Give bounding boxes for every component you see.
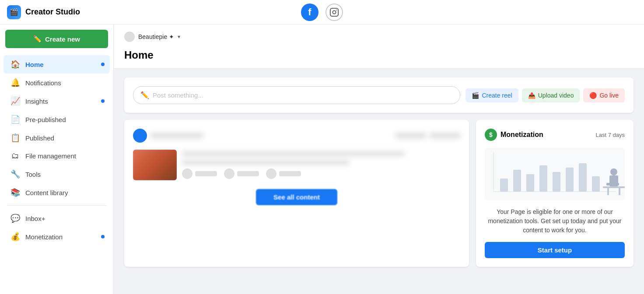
create-new-button[interactable]: ✏️ Create new	[5, 30, 108, 48]
monetization-header: $ Monetization Last 7 days	[485, 129, 625, 141]
blurred-stat-icon-2	[224, 168, 234, 179]
sidebar-item-published-label: Published	[25, 134, 54, 142]
sidebar-item-home[interactable]: 🏠 Home	[4, 55, 110, 74]
sidebar-item-tools-label: Tools	[25, 171, 41, 178]
post-placeholder: Post something...	[153, 91, 203, 99]
instagram-icon[interactable]	[326, 4, 343, 21]
sidebar-item-content-library[interactable]: 📚 Content library	[4, 183, 110, 202]
monetization-title-area: $ Monetization	[485, 129, 543, 141]
post-input[interactable]: ✏️ Post something...	[133, 86, 460, 104]
blurred-header	[133, 129, 460, 143]
upload-video-label: Upload video	[538, 92, 574, 99]
svg-rect-9	[553, 172, 560, 192]
sidebar-item-monetization-label: Monetization	[25, 233, 63, 241]
sidebar-item-tools[interactable]: 🔧 Tools	[4, 165, 110, 183]
sidebar: ✏️ Create new 🏠 Home 🔔 Notifications 📈 I…	[0, 24, 114, 294]
insights-dot	[101, 99, 105, 103]
sidebar-item-file-management-label: File management	[25, 152, 76, 160]
blurred-info	[182, 151, 460, 179]
go-live-label: Go live	[599, 92, 619, 99]
monetization-title: Monetization	[500, 131, 543, 139]
monetization-nav-icon: 💰	[10, 232, 20, 242]
home-dot	[101, 63, 105, 66]
platform-switcher: f	[301, 4, 343, 21]
sidebar-item-notifications[interactable]: 🔔 Notifications	[4, 74, 110, 92]
sidebar-item-file-management[interactable]: 🗂 File management	[4, 147, 110, 165]
svg-rect-17	[603, 186, 625, 188]
start-setup-label: Start setup	[538, 246, 572, 254]
tools-icon: 🔧	[10, 169, 20, 179]
notifications-icon: 🔔	[10, 78, 20, 88]
file-management-icon: 🗂	[10, 151, 20, 161]
blurred-stat-val-3	[279, 171, 301, 176]
blurred-stat-2	[224, 168, 259, 179]
app-title: Creator Studio	[25, 7, 80, 17]
create-new-label: Create new	[45, 35, 80, 43]
svg-rect-7	[526, 174, 534, 192]
chevron-down-icon: ▾	[178, 34, 180, 40]
blurred-thumb-img	[133, 150, 177, 180]
blurred-stat-3	[266, 168, 301, 179]
sidebar-item-pre-published-label: Pre-published	[25, 116, 66, 123]
blurred-stat-1	[182, 168, 217, 179]
blurred-content-row	[133, 150, 460, 180]
svg-rect-10	[566, 168, 574, 192]
logo-icon: 🎬	[7, 5, 21, 19]
page-name: Beautiepie ✦	[138, 33, 174, 40]
svg-rect-19	[619, 188, 620, 195]
svg-rect-5	[500, 178, 508, 192]
page-avatar	[124, 32, 135, 42]
layout: ✏️ Create new 🏠 Home 🔔 Notifications 📈 I…	[0, 24, 644, 294]
sidebar-item-insights[interactable]: 📈 Insights	[4, 92, 110, 110]
sidebar-item-monetization[interactable]: 💰 Monetization	[4, 228, 110, 246]
page-selector[interactable]: Beautiepie ✦ ▾	[124, 28, 634, 46]
upload-video-button[interactable]: 📤 Upload video	[522, 88, 580, 102]
insights-icon: 📈	[10, 96, 20, 106]
svg-rect-18	[607, 188, 609, 195]
svg-rect-8	[539, 165, 547, 192]
page-title: Home	[124, 46, 634, 68]
sidebar-divider	[7, 205, 106, 206]
blurred-page-name	[150, 133, 203, 139]
upload-icon: 📤	[528, 92, 536, 99]
go-live-button[interactable]: 🔴 Go live	[583, 88, 625, 102]
post-card: ✏️ Post something... 🎬 Create reel 📤 Upl…	[124, 77, 634, 113]
svg-point-13	[610, 168, 617, 175]
blurred-stat-val-1	[195, 171, 217, 176]
monetization-description: Your Page is eligible for one or more of…	[485, 207, 625, 235]
blurred-cta-button[interactable]: See all content	[256, 189, 337, 205]
create-reel-label: Create reel	[482, 92, 512, 99]
main-header: Beautiepie ✦ ▾ Home	[114, 24, 644, 69]
inbox-icon: 💬	[10, 214, 20, 223]
sidebar-item-inbox-label: Inbox+	[25, 215, 45, 222]
header: 🎬 Creator Studio f	[0, 0, 644, 24]
monetization-illustration	[485, 148, 625, 200]
blurred-subtitle-line	[182, 160, 349, 165]
blurred-stat-icon-1	[182, 168, 192, 179]
svg-rect-6	[513, 170, 521, 192]
blurred-stats	[182, 168, 460, 179]
blurred-stat-val-2	[237, 171, 259, 176]
monetization-dot	[101, 235, 105, 238]
monetization-card: $ Monetization Last 7 days	[476, 120, 634, 267]
sidebar-item-published[interactable]: 📋 Published	[4, 129, 110, 147]
svg-point-2	[336, 10, 337, 10]
blurred-title-line	[182, 151, 405, 156]
sidebar-item-pre-published[interactable]: 📄 Pre-published	[4, 110, 110, 129]
svg-rect-16	[614, 183, 619, 186]
facebook-icon[interactable]: f	[301, 4, 318, 21]
reel-icon: 🎬	[472, 92, 479, 99]
home-icon: 🏠	[10, 60, 20, 69]
create-new-icon: ✏️	[33, 35, 42, 43]
sidebar-item-inbox[interactable]: 💬 Inbox+	[4, 209, 110, 228]
blurred-cta-area: See all content	[133, 189, 460, 205]
sidebar-item-notifications-label: Notifications	[25, 79, 61, 87]
start-setup-button[interactable]: Start setup	[485, 242, 625, 258]
blurred-avatar	[133, 129, 147, 143]
dollar-icon: $	[485, 129, 497, 141]
sidebar-item-home-label: Home	[25, 61, 44, 68]
blurred-stat-icon-3	[266, 168, 276, 179]
sidebar-item-content-library-label: Content library	[25, 189, 68, 196]
blurred-actions	[396, 133, 460, 139]
create-reel-button[interactable]: 🎬 Create reel	[466, 88, 518, 102]
